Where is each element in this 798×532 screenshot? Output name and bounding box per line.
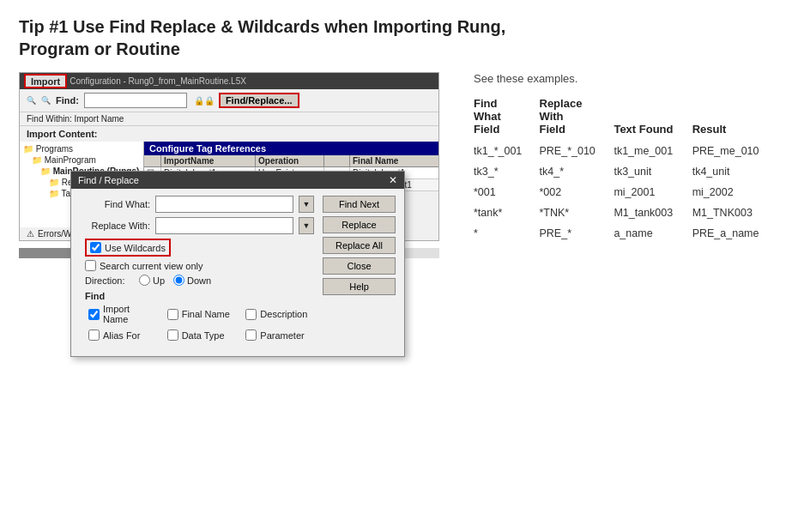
cb-parameter-input[interactable] xyxy=(245,329,257,341)
col-header-operation: Operation xyxy=(256,155,324,166)
cell-replace-3: *TNK* xyxy=(540,203,614,223)
search-current-label: Search current view only xyxy=(100,261,203,271)
dialog-buttons: Find Next Replace Replace All Close Help xyxy=(323,196,396,295)
cb-import-name[interactable]: Import Name xyxy=(85,304,157,324)
right-panel: See these examples. FindWhatField Replac… xyxy=(448,72,779,522)
content-area: Import Configuration - Rung0_from_MainRo… xyxy=(19,72,779,522)
find-input[interactable] xyxy=(84,93,187,108)
find-icon: 🔍 xyxy=(27,96,36,105)
cb-final-name[interactable]: Final Name xyxy=(164,304,236,324)
cb-import-name-input[interactable] xyxy=(88,309,100,320)
cell-found-4: a_name xyxy=(614,223,692,244)
table-row: *PRE_*a_namePRE_a_name xyxy=(474,223,779,244)
cb-final-name-input[interactable] xyxy=(167,309,178,320)
find-label: Find: xyxy=(56,95,79,106)
col-header-finalname: Final Name xyxy=(350,155,438,166)
cell-found-0: tk1_me_001 xyxy=(614,141,692,161)
find-bar: 🔍 🔍 Find: 🔒🔒 Find/Replace... xyxy=(20,89,438,112)
cb-alias-for[interactable]: Alias For xyxy=(85,329,157,341)
cell-replace-0: PRE_*_010 xyxy=(540,141,614,161)
import-content-header: Import Content: xyxy=(20,126,438,142)
direction-up-label: Up xyxy=(153,275,165,286)
col-header-importname: ImportName xyxy=(161,155,256,166)
import-titlebar: Import Configuration - Rung0_from_MainRo… xyxy=(20,73,438,89)
help-button[interactable]: Help xyxy=(323,278,396,295)
grid-header: ImportName Operation Final Name xyxy=(144,155,438,167)
cell-find-4: * xyxy=(474,223,540,244)
find-section-header: Find xyxy=(82,291,314,301)
direction-down[interactable]: Down xyxy=(173,275,211,286)
direction-down-label: Down xyxy=(187,275,211,286)
use-wildcards-row[interactable]: Use Wildcards xyxy=(85,239,171,257)
cell-found-2: mi_2001 xyxy=(614,182,692,203)
find-icon2: 🔍 xyxy=(41,96,51,105)
cell-result-1: tk4_unit xyxy=(692,161,779,182)
use-wildcards-checkbox[interactable] xyxy=(90,242,101,253)
cell-replace-2: *002 xyxy=(540,182,614,203)
table-row: tk1_*_001PRE_*_010tk1_me_001PRE_me_010 xyxy=(474,141,779,161)
cb-final-name-label: Final Name xyxy=(182,309,230,319)
cb-description-label: Description xyxy=(260,309,307,319)
table-row: tk3_*tk4_*tk3_unittk4_unit xyxy=(474,161,779,182)
folder-icon: 📁 xyxy=(23,144,33,154)
find-what-input[interactable] xyxy=(155,196,293,213)
tree-item-programs[interactable]: 📁 Programs xyxy=(23,143,140,154)
use-wildcards-label: Use Wildcards xyxy=(105,243,166,253)
lock-icon: 🔒🔒 xyxy=(194,96,215,106)
replace-with-dropdown[interactable]: ▼ xyxy=(299,217,314,234)
cb-data-type-label: Data Type xyxy=(182,330,225,341)
cb-parameter-label: Parameter xyxy=(260,330,304,341)
replace-with-label: Replace With: xyxy=(82,221,150,231)
page-container: Tip #1 Use Find Replace & Wildcards when… xyxy=(0,0,798,532)
tree-item-mainprogram[interactable]: 📁 MainProgram xyxy=(32,154,140,166)
cb-description[interactable]: Description xyxy=(242,304,314,324)
cell-find-3: *tank* xyxy=(474,203,540,223)
find-replace-button[interactable]: Find/Replace... xyxy=(220,94,299,107)
direction-label: Direction: xyxy=(85,275,132,286)
cell-found-3: M1_tank003 xyxy=(614,203,692,223)
close-button[interactable]: Close xyxy=(323,257,396,275)
find-what-dropdown[interactable]: ▼ xyxy=(299,196,314,213)
find-what-label: Find What: xyxy=(82,199,150,209)
cell-result-2: mi_2002 xyxy=(692,182,779,203)
find-next-button[interactable]: Find Next xyxy=(323,196,396,213)
dialog-titlebar: Find / Replace ✕ xyxy=(71,172,404,189)
dialog-title: Find / Replace xyxy=(78,175,139,185)
search-current-checkbox[interactable] xyxy=(85,260,96,271)
find-what-row: Find What: ▼ xyxy=(82,196,314,213)
cell-find-1: tk3_* xyxy=(474,161,540,182)
find-within: Find Within: Import Name xyxy=(20,112,438,126)
cb-alias-for-input[interactable] xyxy=(88,329,100,341)
cb-data-type-input[interactable] xyxy=(167,329,178,341)
warning-icon: ⚠ xyxy=(27,229,34,239)
replace-button[interactable]: Replace xyxy=(323,216,396,233)
col-header-text-found: Text Found xyxy=(614,95,692,141)
cell-found-1: tk3_unit xyxy=(614,161,692,182)
table-header-row: FindWhatField ReplaceWithField Text Foun… xyxy=(474,95,779,141)
direction-down-radio[interactable] xyxy=(173,275,184,286)
find-checkboxes: Import Name Final Name Description xyxy=(82,304,314,344)
col-header-result: Result xyxy=(692,95,779,141)
direction-up[interactable]: Up xyxy=(139,275,165,286)
cell-find-2: *001 xyxy=(474,182,540,203)
cell-result-0: PRE_me_010 xyxy=(692,141,779,161)
cell-result-4: PRE_a_name xyxy=(692,223,779,244)
col-header-replace-with: ReplaceWithField xyxy=(540,95,614,141)
cb-import-name-label: Import Name xyxy=(103,304,157,324)
direction-up-radio[interactable] xyxy=(139,275,150,286)
col-header-check xyxy=(144,155,161,166)
direction-row: Direction: Up Down xyxy=(82,275,314,286)
col-header-find-what: FindWhatField xyxy=(474,95,540,141)
cb-parameter[interactable]: Parameter xyxy=(242,329,314,341)
cell-replace-4: PRE_* xyxy=(540,223,614,244)
import-tab[interactable]: Import xyxy=(25,75,66,88)
cb-data-type[interactable]: Data Type xyxy=(164,329,236,341)
replace-with-input[interactable] xyxy=(155,217,293,234)
import-titlebar-text: Configuration - Rung0_from_MainRoutine.L… xyxy=(70,76,246,86)
examples-table: FindWhatField ReplaceWithField Text Foun… xyxy=(474,95,779,244)
replace-all-button[interactable]: Replace All xyxy=(323,237,396,254)
cell-find-0: tk1_*_001 xyxy=(474,141,540,161)
cb-description-input[interactable] xyxy=(245,309,257,320)
dialog-close-button[interactable]: ✕ xyxy=(389,174,397,186)
search-current-row: Search current view only xyxy=(82,260,314,271)
